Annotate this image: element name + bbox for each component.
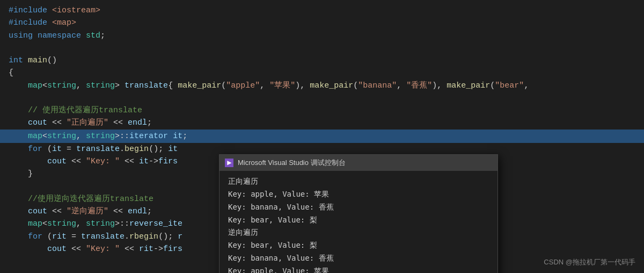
code-line-11: map<string, string>::iterator it; <box>0 130 644 143</box>
code-line-2: #include <map> <box>0 17 644 29</box>
console-line-5: 逆向遍历 <box>228 226 489 239</box>
keyword-include: #include <box>9 4 47 17</box>
console-body: 正向遍历 Key: apple, Value: 苹果 Key: banana, … <box>219 171 497 273</box>
watermark: CSDN @拖拉机厂第一代码手 <box>544 257 635 268</box>
console-icon: ▶ <box>225 159 233 167</box>
console-popup: ▶ Microsoft Visual Studio 调试控制台 正向遍历 Key… <box>219 154 498 273</box>
code-editor: #include <iostream> #include <map> using… <box>0 0 644 273</box>
console-title: Microsoft Visual Studio 调试控制台 <box>238 157 346 168</box>
code-line-4 <box>0 42 644 54</box>
code-line-12: for (it = translate.begin(); it <box>0 143 644 155</box>
console-line-1: 正向遍历 <box>228 175 489 188</box>
console-line-3: Key: banana, Value: 香蕉 <box>228 201 489 214</box>
console-line-4: Key: bear, Value: 梨 <box>228 214 489 227</box>
code-line-7: map<string, string> translate{ make_pair… <box>0 80 644 92</box>
console-titlebar: ▶ Microsoft Visual Studio 调试控制台 <box>219 155 497 171</box>
code-line-3: using namespace std; <box>0 30 644 42</box>
code-line-9: // 使用迭代器遍历translate <box>0 104 644 117</box>
code-line-6: { <box>0 67 644 79</box>
console-line-7: Key: banana, Value: 香蕉 <box>228 252 489 265</box>
console-line-6: Key: bear, Value: 梨 <box>228 239 489 252</box>
code-line-5: int main() <box>0 54 644 67</box>
console-line-8: Key: apple, Value: 苹果 <box>228 265 489 273</box>
console-line-2: Key: apple, Value: 苹果 <box>228 188 489 201</box>
code-line-8 <box>0 92 644 104</box>
code-line-1: #include <iostream> <box>0 4 644 17</box>
code-line-10: cout << "正向遍历" << endl; <box>0 117 644 129</box>
